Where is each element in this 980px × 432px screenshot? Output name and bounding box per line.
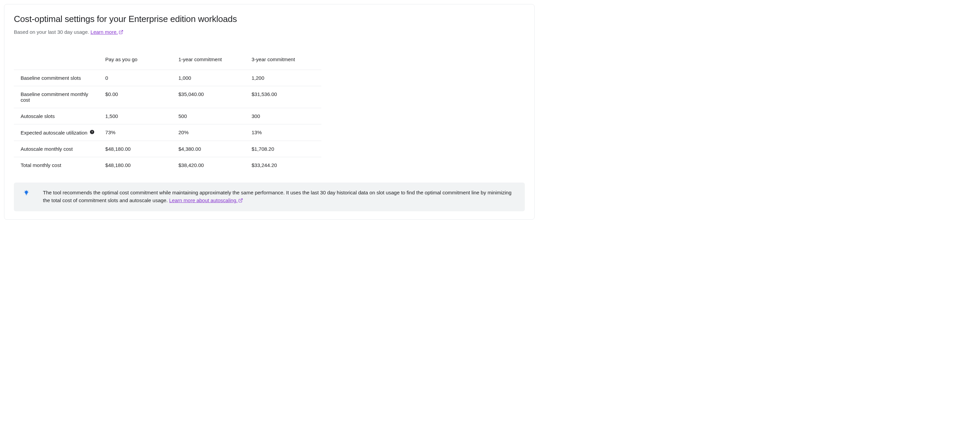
table-header bbox=[14, 52, 102, 70]
svg-line-7 bbox=[25, 191, 25, 191]
table-row: Autoscale slots1,500500300 bbox=[14, 108, 321, 124]
table-header-row: Pay as you go 1-year commitment 3-year c… bbox=[14, 52, 321, 70]
table-cell: $31,536.00 bbox=[248, 86, 322, 108]
table-cell: 73% bbox=[102, 124, 175, 141]
table-cell: 1,500 bbox=[102, 108, 175, 124]
table-cell: 20% bbox=[175, 124, 248, 141]
table-header: Pay as you go bbox=[102, 52, 175, 70]
table-cell: $33,244.20 bbox=[248, 157, 322, 174]
table-cell: 13% bbox=[248, 124, 322, 141]
table-cell: $38,420.00 bbox=[175, 157, 248, 174]
svg-line-9 bbox=[240, 199, 242, 201]
row-label: Expected autoscale utilization bbox=[21, 130, 88, 135]
table-row: Expected autoscale utilization73%20%13% bbox=[14, 124, 321, 141]
subtitle-prefix: Based on your last 30 day usage. bbox=[14, 29, 91, 35]
row-label-cell: Expected autoscale utilization bbox=[14, 124, 102, 141]
table-cell: 0 bbox=[102, 70, 175, 86]
table-row: Baseline commitment slots01,0001,200 bbox=[14, 70, 321, 86]
table-cell: $48,180.00 bbox=[102, 157, 175, 174]
learn-more-autoscaling-link[interactable]: Learn more about autoscaling. bbox=[169, 198, 243, 203]
row-label-cell: Autoscale slots bbox=[14, 108, 102, 124]
card-title: Cost-optimal settings for your Enterpris… bbox=[14, 14, 525, 24]
table-header: 1-year commitment bbox=[175, 52, 248, 70]
info-text: The tool recommends the optimal cost com… bbox=[43, 189, 515, 205]
table-cell: 300 bbox=[248, 108, 322, 124]
lightbulb-icon bbox=[23, 190, 29, 198]
table-cell: $35,040.00 bbox=[175, 86, 248, 108]
info-callout: The tool recommends the optimal cost com… bbox=[14, 183, 525, 211]
table-cell: 500 bbox=[175, 108, 248, 124]
svg-line-0 bbox=[121, 30, 123, 32]
table-row: Autoscale monthly cost$48,180.00$4,380.0… bbox=[14, 141, 321, 157]
help-icon[interactable] bbox=[89, 129, 95, 135]
external-link-icon bbox=[238, 197, 243, 205]
learn-more-link[interactable]: Learn more. bbox=[91, 29, 123, 35]
table-row: Total monthly cost$48,180.00$38,420.00$3… bbox=[14, 157, 321, 174]
card-subtitle: Based on your last 30 day usage. Learn m… bbox=[14, 29, 525, 35]
info-text-body: The tool recommends the optimal cost com… bbox=[43, 190, 511, 203]
row-label-cell: Baseline commitment slots bbox=[14, 70, 102, 86]
row-label-cell: Total monthly cost bbox=[14, 157, 102, 174]
cost-table: Pay as you go 1-year commitment 3-year c… bbox=[14, 52, 321, 173]
row-label-cell: Baseline commitment monthly cost bbox=[14, 86, 102, 108]
table-cell: $0.00 bbox=[102, 86, 175, 108]
external-link-icon bbox=[119, 30, 123, 35]
table-cell: $1,708.20 bbox=[248, 141, 322, 157]
cost-optimal-card: Cost-optimal settings for your Enterpris… bbox=[4, 4, 535, 220]
svg-rect-2 bbox=[26, 194, 27, 195]
table-header: 3-year commitment bbox=[248, 52, 322, 70]
table-cell: $48,180.00 bbox=[102, 141, 175, 157]
row-label-cell: Autoscale monthly cost bbox=[14, 141, 102, 157]
table-cell: 1,000 bbox=[175, 70, 248, 86]
table-cell: 1,200 bbox=[248, 70, 322, 86]
table-cell: $4,380.00 bbox=[175, 141, 248, 157]
table-row: Baseline commitment monthly cost$0.00$35… bbox=[14, 86, 321, 108]
svg-line-8 bbox=[28, 191, 28, 191]
